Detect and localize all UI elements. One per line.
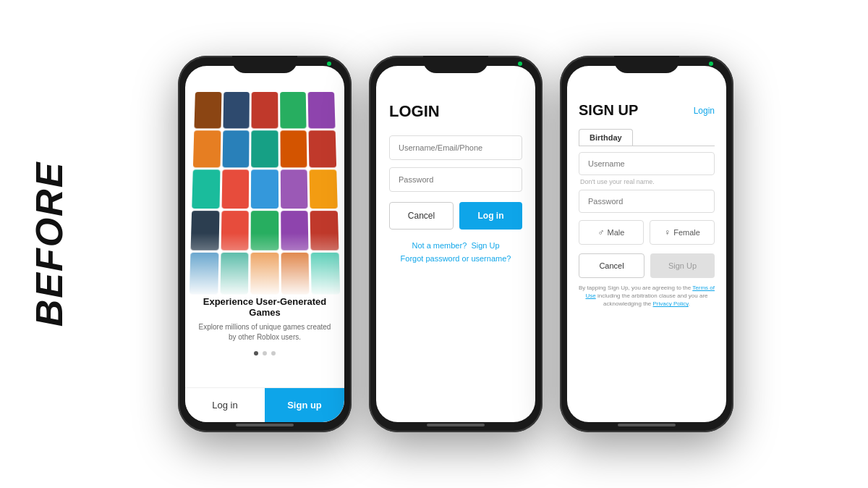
- privacy-policy-link[interactable]: Privacy Policy: [653, 300, 689, 307]
- home-bar-1: [236, 424, 294, 426]
- username-helper: Don't use your real name.: [579, 178, 715, 185]
- status-dot-1: [327, 62, 331, 66]
- terms-text: By tapping Sign Up, you are agreeing to …: [579, 284, 715, 308]
- gender-row: ♂ Male ♀ Female: [579, 220, 715, 245]
- male-icon: ♂: [598, 227, 605, 237]
- terms-of-use-link[interactable]: Terms of Use: [586, 285, 715, 299]
- phone-2-screen: LOGIN Cancel Log in Not a member? Sign U…: [376, 66, 535, 422]
- password-input[interactable]: [579, 190, 715, 213]
- birthday-tab-container: Birthday: [579, 129, 715, 152]
- login-title: LOGIN: [389, 102, 522, 121]
- game-tile: [222, 130, 250, 168]
- game-tile: [251, 169, 278, 208]
- grid-fade: [190, 233, 340, 295]
- dot-2: [263, 351, 267, 356]
- signup-header: SIGN UP Login: [579, 102, 715, 119]
- login-links: Not a member? Sign Up Forgot password or…: [389, 241, 522, 263]
- password-input[interactable]: [389, 167, 522, 192]
- game-tile: [194, 92, 221, 128]
- home-bar-3: [618, 424, 676, 426]
- login-button[interactable]: Log in: [185, 388, 265, 422]
- signup-action-row: Cancel Sign Up: [579, 253, 715, 278]
- login-action-buttons: Cancel Log in: [389, 202, 522, 230]
- phone-2-login: LOGIN Cancel Log in Not a member? Sign U…: [369, 56, 542, 432]
- game-tile: [308, 92, 336, 128]
- game-tile: [223, 92, 250, 128]
- phone-1-onboarding: Experience User-Generated Games Explore …: [178, 56, 352, 432]
- game-tile: [252, 92, 278, 128]
- cancel-button[interactable]: Cancel: [579, 253, 644, 278]
- dot-1: [254, 351, 258, 356]
- male-label: Male: [608, 228, 625, 237]
- phone-notch-2: [423, 56, 488, 73]
- cancel-button[interactable]: Cancel: [389, 202, 454, 230]
- sign-up-link[interactable]: Sign Up: [471, 241, 499, 250]
- phone-3-screen: SIGN UP Login Birthday Don't use your re…: [567, 66, 726, 422]
- phones-container: Experience User-Generated Games Explore …: [178, 56, 733, 432]
- signup-button[interactable]: Sign up: [265, 388, 344, 422]
- male-button[interactable]: ♂ Male: [579, 220, 644, 245]
- pagination-dots: [185, 351, 344, 356]
- signup-form: SIGN UP Login Birthday Don't use your re…: [567, 66, 726, 320]
- phone-3-signup: SIGN UP Login Birthday Don't use your re…: [560, 56, 733, 432]
- home-bar-2: [427, 424, 485, 426]
- login-button[interactable]: Log in: [459, 202, 522, 230]
- login-form: LOGIN Cancel Log in Not a member? Sign U…: [376, 66, 535, 277]
- before-label: BEFORE: [27, 161, 71, 327]
- status-dot-3: [709, 62, 713, 66]
- status-dot-2: [518, 62, 522, 66]
- game-tile: [281, 169, 308, 208]
- game-grid: [190, 92, 340, 294]
- phone-notch-3: [614, 56, 679, 73]
- game-tile: [193, 130, 221, 168]
- phone-1-screen: Experience User-Generated Games Explore …: [185, 66, 344, 422]
- phone-notch-1: [232, 56, 297, 73]
- game-tile: [310, 169, 338, 208]
- tab-divider: [579, 146, 715, 146]
- forgot-password-link[interactable]: Forgot password or username?: [389, 254, 522, 263]
- game-tile: [192, 169, 220, 208]
- game-tile: [280, 92, 307, 128]
- female-label: Female: [673, 228, 700, 237]
- signup-confirm-button[interactable]: Sign Up: [650, 253, 715, 278]
- dot-3: [271, 351, 276, 356]
- female-button[interactable]: ♀ Female: [650, 220, 715, 245]
- signup-title: SIGN UP: [579, 102, 638, 119]
- game-tile: [221, 169, 249, 208]
- onboarding-text-block: Experience User-Generated Games Explore …: [185, 296, 344, 342]
- not-member-text: Not a member? Sign Up: [389, 241, 522, 250]
- game-tile: [309, 130, 336, 168]
- signup-login-link[interactable]: Login: [694, 106, 715, 116]
- username-input[interactable]: [579, 152, 715, 175]
- onboarding-title: Experience User-Generated Games: [197, 296, 333, 318]
- onboarding-subtitle: Explore millions of unique games created…: [197, 322, 333, 342]
- female-icon: ♀: [664, 227, 671, 237]
- birthday-tab[interactable]: Birthday: [579, 129, 633, 146]
- game-tile: [280, 130, 307, 168]
- onboarding-buttons: Log in Sign up: [185, 387, 344, 422]
- username-email-phone-input[interactable]: [389, 135, 522, 160]
- game-tile: [251, 130, 278, 168]
